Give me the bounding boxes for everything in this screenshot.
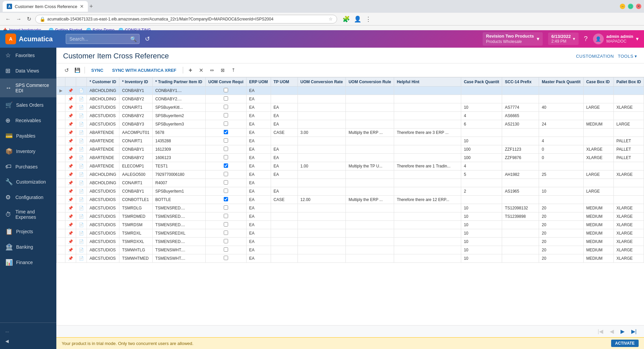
uom-conv-req-checkbox[interactable] bbox=[224, 214, 228, 218]
uom-conv-req-cell[interactable] bbox=[206, 221, 247, 229]
prev-page-btn[interactable]: ◀ bbox=[608, 328, 616, 335]
row-pin-icon[interactable]: 📌 bbox=[68, 139, 73, 143]
row-pin-icon[interactable]: 📌 bbox=[68, 105, 73, 110]
uom-conv-req-checkbox[interactable] bbox=[224, 189, 228, 193]
uom-conv-req-cell[interactable] bbox=[206, 254, 247, 263]
help-button[interactable]: ? bbox=[584, 35, 588, 43]
window-close-btn[interactable]: ✕ bbox=[636, 4, 641, 9]
date-selector[interactable]: 6/13/2022 2:49 PM ▾ bbox=[548, 33, 579, 45]
table-row[interactable]: 📌📄ABCSTUDIOSTSMWHTLGTSMENSWHT....EA1020M… bbox=[57, 246, 644, 254]
uom-conv-req-cell[interactable] bbox=[206, 95, 247, 103]
table-row[interactable]: 📌📄ABCSTUDIOSCONBOTTLE1BOTTLEEACASE12.00M… bbox=[57, 196, 644, 204]
row-pin-icon[interactable]: 📌 bbox=[68, 113, 73, 118]
row-pin-icon[interactable]: 📌 bbox=[68, 189, 73, 194]
sidebar-collapse-btn[interactable]: ◀ bbox=[0, 336, 56, 346]
table-row[interactable]: 📌📄ABCHOLDINGCONBABY2CONBABY2....EA bbox=[57, 95, 644, 103]
row-expand-icon[interactable]: ▶ bbox=[59, 88, 62, 93]
col-case-pack[interactable]: Case Pack Quantit bbox=[461, 78, 502, 87]
row-notes-icon[interactable]: 📄 bbox=[79, 122, 84, 127]
uom-conv-req-cell[interactable] bbox=[206, 137, 247, 145]
uom-conv-req-cell[interactable] bbox=[206, 103, 247, 112]
col-master-pack[interactable]: Master Pack Quantit bbox=[539, 78, 583, 87]
row-pin-icon[interactable]: 📌 bbox=[68, 222, 73, 227]
row-notes-icon[interactable]: 📄 bbox=[79, 147, 84, 152]
back-button[interactable]: ← bbox=[4, 15, 12, 23]
search-input[interactable] bbox=[66, 34, 140, 44]
row-pin-icon[interactable]: 📌 bbox=[68, 248, 73, 252]
uom-conv-req-checkbox[interactable] bbox=[224, 163, 228, 168]
active-tab[interactable]: A Customer Item Cross Reference ✕ bbox=[3, 1, 88, 12]
uom-conv-req-checkbox[interactable] bbox=[224, 205, 228, 210]
uom-conv-req-cell[interactable] bbox=[206, 129, 247, 137]
row-pin-icon[interactable]: 📌 bbox=[68, 214, 73, 219]
fit-columns-button[interactable]: ⇔ bbox=[207, 65, 217, 75]
row-notes-icon[interactable]: 📄 bbox=[79, 206, 84, 210]
table-row[interactable]: 📌📄ABARTENDECONBABY11612309EAEA100ZZF1123… bbox=[57, 145, 644, 154]
extensions-icon[interactable]: 🧩 bbox=[342, 15, 350, 23]
row-pin-icon[interactable]: 📌 bbox=[68, 197, 73, 202]
row-notes-icon[interactable]: 📄 bbox=[79, 88, 84, 93]
row-pin-icon[interactable]: 📌 bbox=[68, 181, 73, 185]
row-notes-icon[interactable]: 📄 bbox=[79, 172, 84, 177]
row-notes-icon[interactable]: 📄 bbox=[79, 189, 84, 194]
table-row[interactable]: 📌📄ABCSTUDIOSCONAIRT1SPSBuyerKitl...EAEA1… bbox=[57, 103, 644, 112]
profile-icon[interactable]: 👤 bbox=[354, 15, 361, 23]
sidebar-item-favorites[interactable]: ☆ Favorites bbox=[0, 48, 56, 63]
uom-conv-req-cell[interactable] bbox=[206, 87, 247, 95]
table-row[interactable]: 📌📄ABARTENDECONAIRT11435288EA104PALLET bbox=[57, 137, 644, 145]
uom-conv-req-checkbox[interactable] bbox=[224, 96, 228, 101]
table-row[interactable]: 📌📄ABARTENDEAACOMPUT015678EACASE3.00Multi… bbox=[57, 129, 644, 137]
uom-conv-req-checkbox[interactable] bbox=[224, 180, 228, 185]
col-uom-rate[interactable]: UOM Conversion Rate bbox=[298, 78, 346, 87]
uom-conv-req-cell[interactable] bbox=[206, 196, 247, 204]
uom-conv-req-cell[interactable] bbox=[206, 212, 247, 221]
uom-conv-req-checkbox[interactable] bbox=[224, 138, 228, 143]
uom-conv-req-cell[interactable] bbox=[206, 162, 247, 170]
col-customer-id[interactable]: * Customer ID bbox=[87, 78, 119, 87]
row-notes-icon[interactable]: 📄 bbox=[79, 155, 84, 160]
sidebar-item-banking[interactable]: 🏦 Banking bbox=[0, 239, 56, 255]
save-button[interactable]: 💾 bbox=[72, 65, 82, 75]
col-case-box[interactable]: Case Box ID bbox=[583, 78, 613, 87]
excel-export-button[interactable]: ⊠ bbox=[218, 65, 227, 75]
uom-conv-req-cell[interactable] bbox=[206, 179, 247, 187]
row-notes-icon[interactable]: 📄 bbox=[79, 256, 84, 261]
uom-conv-req-checkbox[interactable] bbox=[224, 147, 228, 151]
uom-conv-req-checkbox[interactable] bbox=[224, 121, 228, 126]
table-row[interactable]: 📌📄ABCHOLDINGAALEGO5007929770006180EAEA5A… bbox=[57, 170, 644, 179]
row-notes-icon[interactable]: 📄 bbox=[79, 214, 84, 219]
uom-conv-req-cell[interactable] bbox=[206, 246, 247, 254]
row-pin-icon[interactable]: 📌 bbox=[68, 130, 73, 135]
window-minimize-btn[interactable]: − bbox=[620, 4, 625, 9]
table-row[interactable]: 📌📄ABCSTUDIOSTSMRDXXLTSMENSRED....EA1020M… bbox=[57, 238, 644, 246]
new-tab-button[interactable]: + bbox=[89, 3, 93, 10]
sidebar-item-sps-commerce[interactable]: ↔ SPS Commerce EDI bbox=[0, 79, 56, 97]
uom-conv-req-checkbox[interactable] bbox=[224, 231, 228, 235]
sidebar-item-configuration[interactable]: ⚙ Configuration bbox=[0, 190, 56, 205]
activate-button[interactable]: ACTIVATE bbox=[611, 340, 639, 347]
sidebar-item-projects[interactable]: 📋 Projects bbox=[0, 224, 56, 239]
customization-button[interactable]: CUSTOMIZATION bbox=[576, 54, 614, 59]
row-pin-icon[interactable]: 📌 bbox=[68, 97, 73, 101]
add-button[interactable]: + bbox=[186, 65, 195, 75]
uom-conv-req-checkbox[interactable] bbox=[224, 197, 228, 201]
user-area[interactable]: 👤 admin admin MAPADOC ▾ bbox=[593, 34, 639, 44]
uom-conv-req-cell[interactable] bbox=[206, 204, 247, 212]
table-row[interactable]: ▶📌📄ABCHOLDINGCONBABY1CONBABY1....EA bbox=[57, 87, 644, 95]
table-wrapper[interactable]: * Customer ID * Inventory ID * Trading P… bbox=[56, 77, 644, 325]
row-notes-icon[interactable]: 📄 bbox=[79, 239, 84, 244]
row-notes-icon[interactable]: 📄 bbox=[79, 197, 84, 202]
browser-menu-icon[interactable]: ⋮ bbox=[365, 15, 371, 23]
col-erp-uom[interactable]: ERP UOM bbox=[246, 78, 271, 87]
sync-button[interactable]: SYNC bbox=[88, 66, 107, 74]
table-row[interactable]: 📌📄ABCSTUDIOSTSMWHTMEDTSMENSWHT....EA1020… bbox=[57, 254, 644, 263]
row-notes-icon[interactable]: 📄 bbox=[79, 231, 84, 236]
col-inventory-id[interactable]: * Inventory ID bbox=[119, 78, 152, 87]
window-maximize-btn[interactable]: □ bbox=[628, 4, 633, 9]
table-row[interactable]: 📌📄ABCSTUDIOSTSMRDXLTSMENSREDXLEA1020MEDI… bbox=[57, 229, 644, 238]
uom-conv-req-checkbox[interactable] bbox=[224, 88, 228, 92]
table-row[interactable]: 📌📄ABCSTUDIOSTSMRDLGTSMENSRED....EA10TS12… bbox=[57, 204, 644, 212]
uom-conv-req-cell[interactable] bbox=[206, 154, 247, 162]
search-icon[interactable]: 🔍 bbox=[130, 36, 137, 42]
row-pin-icon[interactable]: 📌 bbox=[68, 231, 73, 236]
